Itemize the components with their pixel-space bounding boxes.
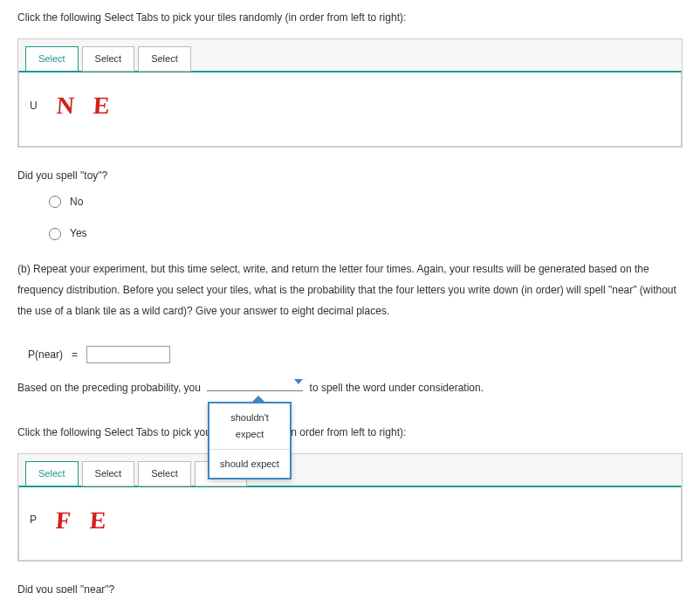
question-near: Did you spell "near"?: [17, 581, 683, 593]
part-b-text: (b) Repeat your experiment, but this tim…: [17, 259, 683, 321]
tile-row-2: P F E: [30, 500, 670, 541]
tile-row-1: U N E: [30, 85, 670, 127]
panel-body-1: U N E: [18, 71, 682, 147]
panel-body-2: P F E: [18, 486, 682, 562]
radio-group-toy: No Yes: [49, 193, 683, 243]
probability-row: P(near) =: [28, 346, 683, 363]
tile-2-2: F: [54, 500, 72, 541]
expectation-select[interactable]: [207, 379, 303, 391]
prob-input[interactable]: [86, 346, 170, 363]
select-panel-2: Select Select Select Select P F E: [17, 453, 683, 562]
chevron-down-icon: [294, 379, 303, 384]
tile-1-1: U: [30, 97, 38, 114]
expectation-sentence: Based on the preceding probability, you …: [17, 379, 683, 396]
tile-2-3: E: [88, 500, 107, 541]
radio-label-toy-no: No: [70, 193, 83, 210]
instruction-2: Click the following Select Tabs to pick …: [17, 424, 683, 441]
prob-label: P(near): [28, 346, 63, 363]
tab-select-1-1[interactable]: Select: [25, 46, 79, 72]
expectation-dropdown: shouldn't expect should expect: [208, 402, 292, 479]
question-toy: Did you spell "toy"?: [17, 167, 683, 184]
tile-1-3: E: [92, 85, 111, 127]
radio-toy-yes[interactable]: Yes: [49, 224, 683, 242]
dropdown-option-should[interactable]: should expect: [209, 450, 290, 479]
tabbar-2: Select Select Select Select: [25, 461, 675, 486]
radio-input-toy-no[interactable]: [49, 196, 61, 208]
tab-select-1-2[interactable]: Select: [82, 46, 135, 72]
instruction-1: Click the following Select Tabs to pick …: [17, 9, 683, 26]
radio-input-toy-yes[interactable]: [49, 228, 61, 240]
tab-select-2-3[interactable]: Select: [138, 461, 191, 486]
radio-label-toy-yes: Yes: [70, 224, 87, 242]
sentence-pre: Based on the preceding probability, you: [17, 382, 203, 394]
tab-select-2-1[interactable]: Select: [25, 461, 79, 486]
tile-1-2: N: [55, 85, 76, 127]
dropdown-option-shouldnt[interactable]: shouldn't expect: [209, 403, 290, 449]
tab-select-1-3[interactable]: Select: [138, 46, 191, 72]
sentence-post: to spell the word under consideration.: [306, 382, 484, 394]
prob-equals: =: [72, 346, 78, 363]
radio-toy-no[interactable]: No: [49, 193, 683, 210]
tab-select-2-2[interactable]: Select: [82, 461, 135, 486]
select-panel-1: Select Select Select U N E: [17, 38, 683, 147]
tabbar-1: Select Select Select: [25, 46, 675, 72]
tile-2-1: P: [30, 511, 37, 528]
